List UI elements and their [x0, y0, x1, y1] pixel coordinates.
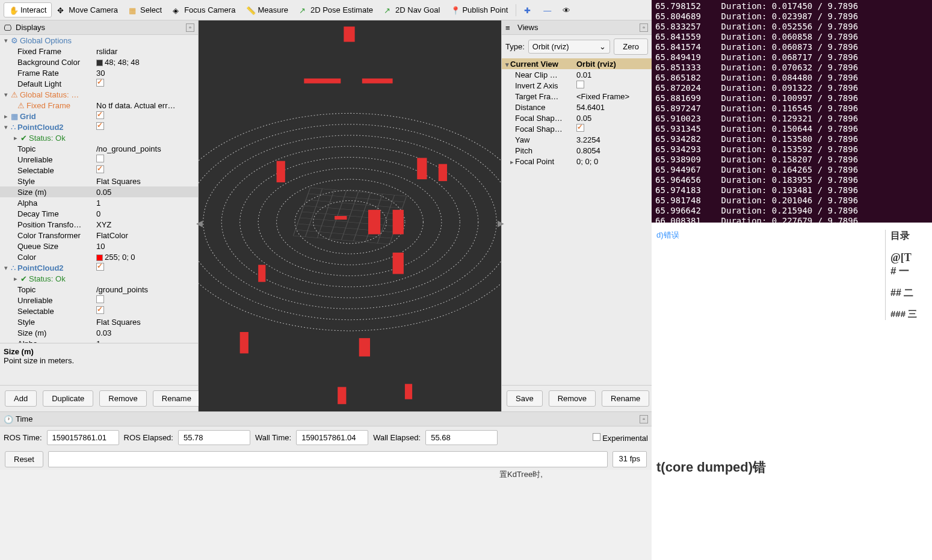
- selectable-key[interactable]: Selectable: [17, 166, 54, 175]
- displays-header[interactable]: 🖵 Displays ▫: [0, 20, 198, 35]
- distance-key[interactable]: Distance: [502, 103, 574, 112]
- focal-point-key[interactable]: Focal Point: [515, 157, 554, 166]
- close-icon[interactable]: ▫: [640, 23, 648, 32]
- measure-button[interactable]: 📏Measure: [241, 2, 294, 17]
- expand-icon[interactable]: ▸: [13, 134, 19, 142]
- grid[interactable]: Grid: [20, 112, 36, 121]
- focal-shape-size-key[interactable]: Focal Shap…: [502, 114, 574, 123]
- 3d-viewport[interactable]: ◀ ▶: [199, 20, 501, 411]
- visibility-button[interactable]: 👁: [557, 3, 576, 17]
- pos-transform-key[interactable]: Position Transfo…: [17, 220, 81, 229]
- framerate-key[interactable]: Frame Rate: [17, 69, 59, 78]
- close-icon[interactable]: ▫: [186, 23, 194, 32]
- zero-button[interactable]: Zero: [614, 38, 648, 55]
- panel-toggle-left[interactable]: ◀: [196, 216, 202, 230]
- terminal-window[interactable]: 65.798152 Duration: 0.017450 / 9.7896 65…: [652, 0, 932, 223]
- checkbox[interactable]: [96, 122, 104, 130]
- fixed-frame-key[interactable]: Fixed Frame: [17, 47, 61, 56]
- pitch-val[interactable]: 0.8054: [574, 146, 652, 155]
- target-frame-val[interactable]: <Fixed Frame>: [574, 92, 652, 101]
- collapse-icon[interactable]: ▾: [504, 61, 510, 69]
- collapse-icon[interactable]: ▾: [3, 123, 9, 131]
- color-transform-val[interactable]: FlatColor: [96, 231, 196, 240]
- unreliable-key[interactable]: Unreliable: [17, 155, 53, 164]
- current-view-key[interactable]: Current View: [510, 60, 558, 69]
- color-transform-key[interactable]: Color Transformer: [17, 231, 81, 240]
- color-key[interactable]: Color: [17, 253, 36, 262]
- collapse-icon[interactable]: ▾: [3, 264, 9, 272]
- collapse-icon[interactable]: ▾: [3, 91, 9, 99]
- topic1-val[interactable]: /no_ground_points: [96, 144, 196, 153]
- checkbox[interactable]: [96, 155, 104, 162]
- toc-item[interactable]: ### 三: [890, 309, 927, 320]
- plus-button[interactable]: ✚: [519, 3, 538, 17]
- invert-z-key[interactable]: Invert Z Axis: [502, 81, 574, 90]
- alpha2-key[interactable]: Alpha: [17, 339, 37, 343]
- view-type-select[interactable]: Orbit (rviz)⌄: [528, 40, 610, 54]
- interact-button[interactable]: ✋Interact: [4, 2, 52, 17]
- queue-val[interactable]: 10: [96, 242, 196, 251]
- views-header[interactable]: ≡ Views ▫: [502, 20, 652, 35]
- ros-elapsed-input[interactable]: [178, 430, 250, 445]
- size2-val[interactable]: 0.03: [96, 328, 196, 337]
- ros-time-input[interactable]: [47, 430, 119, 445]
- framerate-val[interactable]: 30: [96, 69, 196, 78]
- close-icon[interactable]: ▫: [640, 415, 648, 423]
- size1-val[interactable]: 0.05: [96, 188, 196, 197]
- pos-transform-val[interactable]: XYZ: [96, 220, 196, 229]
- checkbox[interactable]: [96, 306, 104, 314]
- checkbox[interactable]: [96, 295, 104, 303]
- checkbox[interactable]: [96, 79, 104, 87]
- pitch-key[interactable]: Pitch: [502, 146, 574, 155]
- focal-point-val[interactable]: 0; 0; 0: [574, 157, 652, 166]
- distance-val[interactable]: 54.6401: [574, 103, 652, 112]
- expand-icon[interactable]: ▸: [3, 112, 9, 120]
- time-slider[interactable]: [48, 451, 608, 467]
- save-button[interactable]: Save: [507, 390, 543, 407]
- global-status[interactable]: Global Status: …: [20, 90, 79, 99]
- toc-item[interactable]: # 一: [890, 264, 927, 278]
- size-key[interactable]: Size (m): [17, 188, 46, 197]
- move-camera-button[interactable]: ✥Move Camera: [52, 2, 123, 17]
- style2-val[interactable]: Flat Squares: [96, 318, 196, 327]
- alpha-key[interactable]: Alpha: [17, 198, 37, 208]
- remove-button[interactable]: Remove: [99, 390, 146, 407]
- rename-button[interactable]: Rename: [153, 390, 200, 407]
- expand-icon[interactable]: ▸: [13, 275, 19, 283]
- near-clip-key[interactable]: Near Clip …: [502, 70, 574, 79]
- views-tree[interactable]: ▾Current ViewOrbit (rviz) Near Clip …0.0…: [502, 58, 652, 385]
- expand-icon[interactable]: ▸: [509, 158, 515, 166]
- decay-key[interactable]: Decay Time: [17, 209, 59, 218]
- wall-time-input[interactable]: [296, 430, 368, 445]
- style-val[interactable]: Flat Squares: [96, 177, 196, 186]
- selectable2-key[interactable]: Selectable: [17, 307, 54, 316]
- displays-tree[interactable]: ▾⚙ Global Options Fixed Framerslidar Bac…: [0, 35, 198, 343]
- near-clip-val[interactable]: 0.01: [574, 70, 652, 79]
- bg-key[interactable]: Background Color: [17, 58, 80, 67]
- color-val[interactable]: 255; 0; 0: [105, 253, 135, 262]
- yaw-val[interactable]: 3.2254: [574, 135, 652, 144]
- bg-val[interactable]: 48; 48; 48: [105, 58, 140, 67]
- toc-item[interactable]: @[T: [890, 251, 927, 264]
- minus-button[interactable]: —: [538, 3, 557, 17]
- select-button[interactable]: ▦Select: [123, 2, 167, 17]
- collapse-icon[interactable]: ▾: [3, 37, 9, 45]
- add-button[interactable]: Add: [5, 390, 37, 407]
- rename-button[interactable]: Rename: [602, 390, 649, 407]
- focus-camera-button[interactable]: ◈Focus Camera: [167, 2, 241, 17]
- checkbox[interactable]: [96, 165, 104, 173]
- alpha-val[interactable]: 1: [96, 198, 196, 208]
- reset-button[interactable]: Reset: [5, 451, 43, 467]
- pose-estimate-button[interactable]: ↗2D Pose Estimate: [294, 2, 378, 17]
- checkbox[interactable]: [576, 124, 584, 132]
- style2-key[interactable]: Style: [17, 318, 35, 327]
- nav-goal-button[interactable]: ↗2D Nav Goal: [378, 2, 445, 17]
- size2-key[interactable]: Size (m): [17, 328, 46, 337]
- experimental-checkbox[interactable]: [593, 433, 600, 441]
- unreliable2-key[interactable]: Unreliable: [17, 296, 53, 305]
- default-light-key[interactable]: Default Light: [17, 79, 61, 88]
- panel-toggle-right[interactable]: ▶: [498, 216, 504, 230]
- publish-point-button[interactable]: 📍Publish Point: [445, 2, 513, 17]
- focal-shape-fixed-key[interactable]: Focal Shap…: [502, 125, 574, 134]
- topic-key[interactable]: Topic: [17, 144, 35, 153]
